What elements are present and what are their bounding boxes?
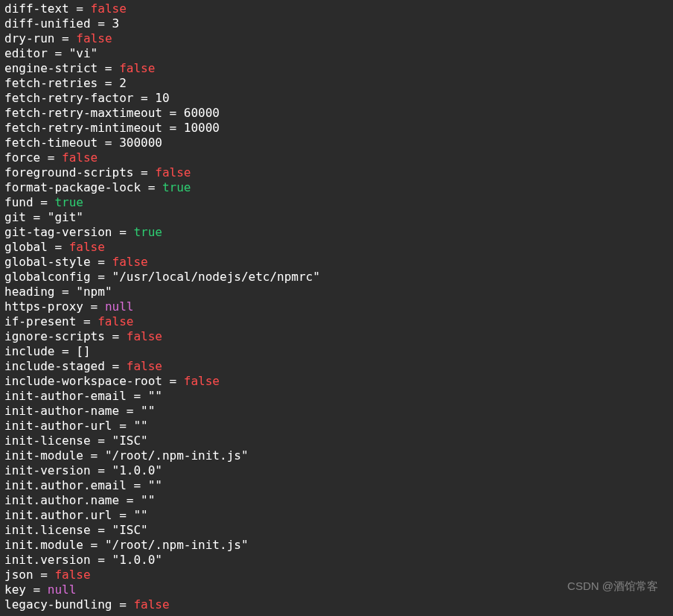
equals-sign: = bbox=[54, 285, 76, 299]
equals-sign: = bbox=[26, 210, 48, 224]
config-key: global bbox=[4, 240, 48, 254]
config-value: true bbox=[54, 195, 83, 209]
config-value: "/root/.npm-init.js" bbox=[105, 448, 249, 463]
config-value: [] bbox=[76, 344, 90, 358]
equals-sign: = bbox=[105, 359, 127, 373]
config-line: legacy-bundling = false bbox=[4, 597, 673, 612]
config-key: git bbox=[4, 210, 26, 224]
config-key: foreground-scripts bbox=[4, 165, 133, 180]
equals-sign: = bbox=[119, 404, 141, 418]
equals-sign: = bbox=[91, 16, 112, 31]
equals-sign: = bbox=[162, 106, 184, 120]
equals-sign: = bbox=[26, 582, 48, 597]
config-key: include bbox=[4, 344, 54, 358]
config-value: null bbox=[48, 582, 77, 597]
config-value: false bbox=[133, 597, 169, 612]
config-key: diff-unified bbox=[4, 16, 91, 31]
config-value: "ISC" bbox=[112, 523, 148, 537]
terminal-output: diff-text = falsediff-unified = 3dry-run… bbox=[0, 0, 673, 616]
config-key: legacy-bundling bbox=[4, 597, 112, 612]
config-key: init.author.name bbox=[4, 493, 119, 507]
equals-sign: = bbox=[98, 136, 119, 150]
equals-sign: = bbox=[76, 314, 98, 328]
equals-sign: = bbox=[105, 329, 127, 343]
config-value: "npm" bbox=[76, 285, 112, 299]
config-key: heading bbox=[4, 285, 54, 299]
config-line: init-license = "ISC" bbox=[4, 434, 673, 448]
config-key: diff-text bbox=[4, 1, 69, 16]
config-value: "1.0.0" bbox=[112, 463, 162, 477]
equals-sign: = bbox=[69, 1, 91, 16]
config-line: init-module = "/root/.npm-init.js" bbox=[4, 448, 673, 463]
config-value: false bbox=[112, 255, 148, 269]
equals-sign: = bbox=[112, 597, 134, 612]
config-value: "" bbox=[141, 493, 155, 507]
equals-sign: = bbox=[48, 240, 69, 254]
config-key: init.author.email bbox=[4, 478, 127, 492]
equals-sign: = bbox=[162, 374, 184, 388]
config-key: if-present bbox=[4, 314, 76, 328]
config-value: "1.0.0" bbox=[112, 553, 162, 567]
watermark: CSDN @酒馆常客 bbox=[567, 579, 658, 594]
equals-sign: = bbox=[91, 255, 112, 269]
config-value: "vi" bbox=[69, 46, 98, 60]
config-key: force bbox=[4, 150, 40, 165]
equals-sign: = bbox=[112, 225, 134, 239]
config-key: https-proxy bbox=[4, 299, 83, 314]
config-line: ignore-scripts = false bbox=[4, 329, 673, 344]
config-line: fund = true bbox=[4, 195, 673, 210]
config-value: false bbox=[98, 314, 133, 328]
config-line: fetch-retry-maxtimeout = 60000 bbox=[4, 106, 673, 121]
config-value: true bbox=[162, 180, 191, 194]
equals-sign: = bbox=[54, 344, 76, 358]
config-key: editor bbox=[4, 46, 48, 60]
config-line: heading = "npm" bbox=[4, 285, 673, 299]
equals-sign: = bbox=[54, 31, 76, 45]
equals-sign: = bbox=[127, 389, 148, 403]
config-line: dry-run = false bbox=[4, 31, 673, 46]
config-line: if-present = false bbox=[4, 314, 673, 329]
config-line: engine-strict = false bbox=[4, 61, 673, 76]
equals-sign: = bbox=[141, 180, 162, 194]
config-value: "" bbox=[141, 404, 155, 418]
config-value: 2 bbox=[119, 76, 127, 90]
config-value: "" bbox=[148, 389, 162, 403]
config-value: "git" bbox=[48, 210, 83, 224]
equals-sign: = bbox=[34, 195, 55, 209]
config-line: git-tag-version = true bbox=[4, 225, 673, 240]
config-key: globalconfig bbox=[4, 270, 91, 284]
equals-sign: = bbox=[98, 76, 119, 90]
config-line: force = false bbox=[4, 150, 673, 165]
config-line: init.author.url = "" bbox=[4, 508, 673, 523]
config-value: false bbox=[184, 374, 220, 388]
equals-sign: = bbox=[127, 478, 148, 492]
config-key: init-author-name bbox=[4, 404, 119, 418]
config-line: init.module = "/root/.npm-init.js" bbox=[4, 538, 673, 553]
config-value: false bbox=[119, 61, 155, 75]
config-line: fetch-retry-mintimeout = 10000 bbox=[4, 121, 673, 136]
config-key: include-staged bbox=[4, 359, 105, 373]
config-key: json bbox=[4, 568, 34, 582]
config-key: git-tag-version bbox=[4, 225, 112, 239]
config-line: fetch-retry-factor = 10 bbox=[4, 91, 673, 106]
config-value: true bbox=[133, 225, 162, 239]
config-line: global = false bbox=[4, 240, 673, 255]
config-key: init.module bbox=[4, 538, 83, 552]
config-key: engine-strict bbox=[4, 61, 98, 75]
config-value: false bbox=[62, 150, 98, 165]
config-key: init.license bbox=[4, 523, 91, 537]
equals-sign: = bbox=[34, 568, 55, 582]
config-line: fetch-retries = 2 bbox=[4, 76, 673, 91]
config-value: "" bbox=[148, 478, 162, 492]
config-line: https-proxy = null bbox=[4, 299, 673, 314]
config-line: fetch-timeout = 300000 bbox=[4, 136, 673, 150]
config-value: false bbox=[54, 568, 90, 582]
equals-sign: = bbox=[83, 299, 105, 314]
equals-sign: = bbox=[91, 434, 112, 448]
config-key: key bbox=[4, 582, 26, 597]
config-value: "/usr/local/nodejs/etc/npmrc" bbox=[112, 270, 320, 284]
equals-sign: = bbox=[91, 553, 112, 567]
equals-sign: = bbox=[91, 523, 112, 537]
equals-sign: = bbox=[83, 448, 105, 463]
config-line: init-author-name = "" bbox=[4, 404, 673, 419]
